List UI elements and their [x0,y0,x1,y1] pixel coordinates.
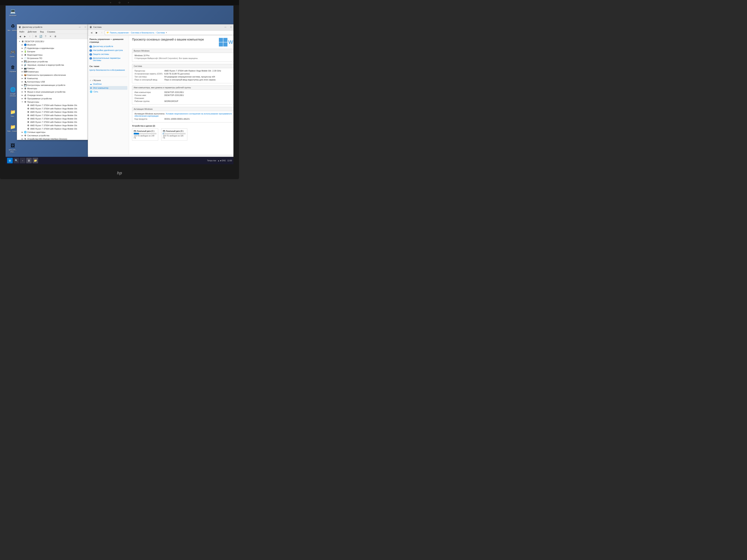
hid-icon: 🖱 [24,137,27,140]
tree-sysdev[interactable]: ▶ ⚙ Системные устройства [18,134,94,137]
address-box[interactable]: 📁 Панель управления › Система и безопасн… [105,30,233,35]
tree-network[interactable]: ▶ 🌐 Сетевые адаптеры [18,131,94,134]
sound-label: Звуковые, игровые и видеоустройства [27,64,64,66]
toolbar-back[interactable]: ◀ [18,34,22,38]
desktop-icon-wallpaper[interactable]: 🖼 WALLPA... PAC... [6,142,20,154]
sidebar-link-advanced[interactable]: Дополнительные параметры системы [89,57,127,61]
devmgr-titlebar[interactable]: 🖥 Диспетчер устройств — □ ✕ [17,24,95,30]
keyboards-label: Клавиатуры [27,71,38,73]
this-pc-icon: 🖥 [90,87,92,89]
protection-link-icon [89,53,92,56]
sidebar-link-protection[interactable]: Защита системы [89,53,127,56]
toolbar-uninstall[interactable]: ✕ [48,34,53,38]
tree-print[interactable]: ▶ 🖨 Очереди печати [18,94,94,97]
addr-path-security[interactable]: Система и безопасность [131,31,154,34]
addr-path-system[interactable]: Система [156,31,165,34]
remote-link-icon [89,49,92,52]
tree-cpu-7[interactable]: ⚙ AMD Ryzen 7 3750H with Radeon Vega Mob… [18,127,94,131]
start-button[interactable]: ⊞ [7,158,13,163]
processor-row: Процессор: AMD Ryzen 7 3750H with Radeon… [134,70,233,72]
tree-processors[interactable]: ▼ ⚙ Процессоры [18,100,94,104]
processors-label: Процессоры [27,101,39,103]
explorer-network[interactable]: 🌐 Сеть [89,90,127,94]
desktop-icon-noutsave[interactable]: 💻 Noutsave [6,7,20,17]
tree-root[interactable]: ▼ 🖥 DESKTOP-2G513EU [18,40,94,43]
mice-label: Мыши и иные указывающие устройства [27,91,66,93]
tree-cameras[interactable]: ▶ 📷 Камеры [18,66,94,70]
addr-path-panel[interactable]: Панель управления [110,31,129,34]
sidebar-link-security-center[interactable]: Центр безопасности и обслуживания [89,69,127,71]
devmgr-restore-button[interactable]: □ [83,25,88,29]
explorer-music[interactable]: ♪ ♪ Музыка [89,78,127,82]
tree-cpu-6[interactable]: ⚙ AMD Ryzen 7 3750H with Radeon Vega Mob… [18,124,94,127]
explorer-onedrive[interactable]: ☁ OneDrive [89,82,127,86]
tree-hid[interactable]: ▶ 🖱 Устройства HID (Human Interface Devi… [18,137,94,140]
softdev-label: Программные устройства [27,98,52,100]
tree-cpu-1[interactable]: ⚙ AMD Ryzen 7 3750H with Radeon Vega Mob… [18,107,94,110]
sidebar-link-remote[interactable]: Настройка удалённого доступа [89,49,127,52]
this-pc-label: Этот компьютер [93,87,108,89]
addr-forward-button[interactable]: ▶ [94,30,99,35]
devmgr-menu-help[interactable]: Справка [46,30,57,33]
tree-software[interactable]: ▶ 📦 Компоненты программного обеспечения [18,73,94,77]
devmgr-menu-view[interactable]: Вид [38,30,45,33]
activation-section: Активация Windows Активация Windows выпо… [132,107,233,123]
explorer-this-pc[interactable]: 🖥 Этот компьютер [89,86,127,90]
tree-usb[interactable]: ▶ 🔌 Контроллеры USB [18,80,94,83]
toolbar-forward[interactable]: ▶ [23,34,27,38]
drive-c-header: 💾 Локальный диск (C:) [134,130,156,132]
tree-battery[interactable]: ▶ 🔋 Батареи [18,50,94,53]
tree-mice[interactable]: ▶ 🖱 Мыши и иные указывающие устройства [18,90,94,94]
tree-computer[interactable]: ▶ 🖥 Компьютер [18,77,94,80]
tree-bluetooth[interactable]: ▶ 🔵 Bluetooth [18,43,94,47]
devmgr-menu-file[interactable]: Файл [18,30,26,33]
tree-cpu-2[interactable]: ⚙ AMD Ryzen 7 3750H with Radeon Vega Mob… [18,110,94,114]
taskbar-devmgr[interactable]: 🖥 [26,158,32,163]
computer-name-header: Имя компьютера, имя домена и параметры р… [132,86,233,89]
audio-expand: ▶ [21,47,24,49]
tree-disk[interactable]: ▶ 💾 Дисковые устройства [18,60,94,63]
toolbar-update[interactable]: 🔄 [38,34,43,38]
addr-up-button[interactable]: ↑ [100,30,104,35]
addr-back-button[interactable]: ◀ [89,30,94,35]
toolbar-help[interactable]: ? [43,34,48,38]
description-value [164,97,233,99]
tree-keyboards[interactable]: ▶ ⌨ Клавиатуры [18,70,94,73]
tree-cpu-3[interactable]: ⚙ AMD Ryzen 7 3750H with Radeon Vega Mob… [18,114,94,117]
tree-monitors[interactable]: ▶ 🖥 Мониторы [18,87,94,90]
print-icon: 🖨 [24,94,27,97]
tree-cpu-0[interactable]: ⚙ AMD Ryzen 7 3750H with Radeon Vega Mob… [18,104,94,107]
tree-cpu-5[interactable]: ⚙ AMD Ryzen 7 3750H with Radeon Vega Mob… [18,121,94,124]
devmgr-link-icon [89,45,92,48]
tree-video[interactable]: ▶ 🖥 Видеоадаптеры [18,53,94,57]
system-titlebar[interactable]: 🖥 Система — □ ✕ [88,24,233,30]
system-restore-button[interactable]: □ [228,25,233,29]
system-minimize-button[interactable]: — [223,25,228,29]
system-info-section: Система Процессор: AMD Ryzen 7 3750H wit… [132,64,233,83]
tree-storage[interactable]: ▶ 💾 Контроллеры запоминающих устройств [18,83,94,87]
tree-softdev[interactable]: ▶ ⚙ Программные устройства [18,97,94,100]
toolbar-properties[interactable]: ⚙ [34,34,38,38]
cameras-label: Камеры [27,67,35,70]
processor-label: Процессор: [134,70,164,72]
taskbar-explorer[interactable]: 📁 [32,158,38,163]
search-taskbar-icon[interactable]: 🔍 [14,158,19,163]
toolbar-monitor[interactable]: 🖥 [53,34,57,38]
network-label: Сетевые адаптеры [27,131,45,133]
explorer-nav: ♪ ♪ Музыка ☁ OneDrive 🖥 Этот компьютер [89,77,127,94]
devmgr-menu-action[interactable]: Действие [26,30,38,33]
sidebar-link-devmgr[interactable]: Диспетчер устройств [89,45,127,48]
tree-cpu-4[interactable]: ⚙ AMD Ryzen 7 3750H with Radeon Vega Mob… [18,117,94,121]
comp-name-row: Имя компьютера: DESKTOP-2G513EU [134,91,233,93]
tree-firmware[interactable]: ▶ 📄 Встроенное ПО [18,57,94,60]
drive-c-bar-bg [134,133,156,134]
monitor-bezel: 💻 Noutsave ♻ Эко... КМНЫЙ 🎮 Game... 🗑 Ко… [0,0,239,179]
tree-sound[interactable]: ▶ 🔊 Звуковые, игровые и видеоустройства [18,63,94,66]
video-icon: 🖥 [24,53,27,56]
toolbar-up[interactable]: ↑ [27,34,32,38]
disk-label: Дисковые устройства [27,60,48,63]
devmgr-minimize-button[interactable]: — [77,25,82,29]
tree-audio[interactable]: ▶ 🎵 Аудиовходы и аудиовыходы [18,47,94,50]
task-view-button[interactable]: ▫ [20,158,25,163]
storage-expand: ▶ [21,84,24,86]
